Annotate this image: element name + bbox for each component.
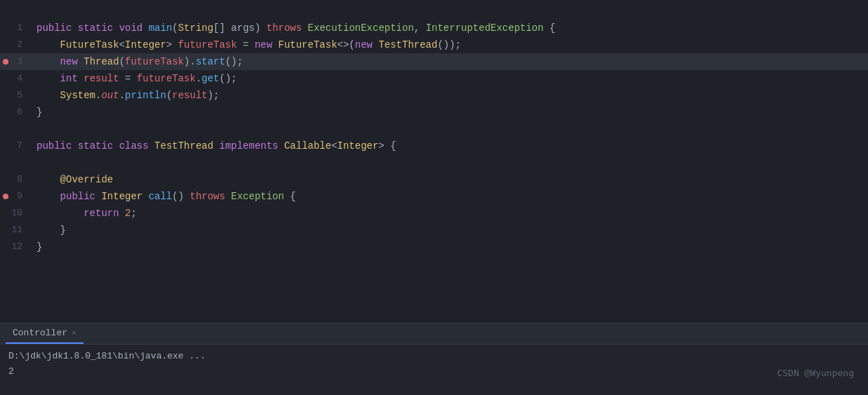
- terminal-panel[interactable]: Controller × D:\jdk\jdk1.8.0_181\bin\jav…: [0, 323, 868, 395]
- code-line: 11 }: [0, 222, 868, 239]
- line-number: 3: [0, 53, 28, 70]
- line-number: 7: [0, 138, 28, 154]
- line-number: 2: [0, 36, 28, 53]
- line-content: public Integer call() throws Exception {: [28, 188, 868, 205]
- code-line: [0, 154, 868, 171]
- watermark-text: CSDN @Wyunpeng: [777, 368, 854, 378]
- line-content: System.out.println(result);: [28, 87, 868, 104]
- code-line: 9 public Integer call() throws Exception…: [0, 188, 868, 205]
- line-content: }: [28, 104, 868, 121]
- line-content: FutureTask<Integer> futureTask = new Fut…: [28, 36, 868, 53]
- line-content: public static void main(String[] args) t…: [28, 20, 868, 36]
- line-content: }: [28, 239, 868, 255]
- code-line: 7public static class TestThread implemen…: [0, 138, 868, 154]
- terminal-tab-bar: Controller ×: [0, 323, 868, 344]
- terminal-command: D:\jdk\jdk1.8.0_181\bin\java.exe ...: [8, 349, 860, 364]
- terminal-tab-controller[interactable]: Controller ×: [6, 323, 84, 344]
- line-number: 1: [0, 20, 28, 36]
- line-number: 5: [0, 87, 28, 104]
- code-line: [0, 121, 868, 138]
- terminal-output: 2: [8, 364, 860, 380]
- terminal-content-area: D:\jdk\jdk1.8.0_181\bin\java.exe ... 2 C…: [0, 344, 868, 384]
- code-line: 3 new Thread(futureTask).start();: [0, 53, 868, 70]
- line-number: 6: [0, 104, 28, 121]
- line-number: 8: [0, 171, 28, 188]
- line-number: 4: [0, 70, 28, 87]
- line-content: }: [28, 222, 868, 239]
- code-line: 12}: [0, 239, 868, 255]
- code-editor[interactable]: 1public static void main(String[] args) …: [0, 0, 868, 323]
- code-line: 2 FutureTask<Integer> futureTask = new F…: [0, 36, 868, 53]
- line-number: 12: [0, 239, 28, 255]
- terminal-tab-close[interactable]: ×: [72, 329, 76, 337]
- terminal-tab-label: Controller: [13, 328, 67, 338]
- line-number: 9: [0, 188, 28, 205]
- line-content: return 2;: [28, 205, 868, 222]
- line-number: 10: [0, 205, 28, 222]
- code-line: 8 @Override: [0, 171, 868, 188]
- code-line: 10 return 2;: [0, 205, 868, 222]
- code-line: 1public static void main(String[] args) …: [0, 20, 868, 36]
- code-line: 4 int result = futureTask.get();: [0, 70, 868, 87]
- line-content: @Override: [28, 171, 868, 188]
- line-content: new Thread(futureTask).start();: [28, 53, 868, 70]
- line-number: 11: [0, 222, 28, 239]
- line-content: int result = futureTask.get();: [28, 70, 868, 87]
- code-lines: 1public static void main(String[] args) …: [0, 0, 868, 258]
- code-line: 5 System.out.println(result);: [0, 87, 868, 104]
- line-content: public static class TestThread implement…: [28, 138, 868, 154]
- code-line: [0, 3, 868, 20]
- code-line: 6}: [0, 104, 868, 121]
